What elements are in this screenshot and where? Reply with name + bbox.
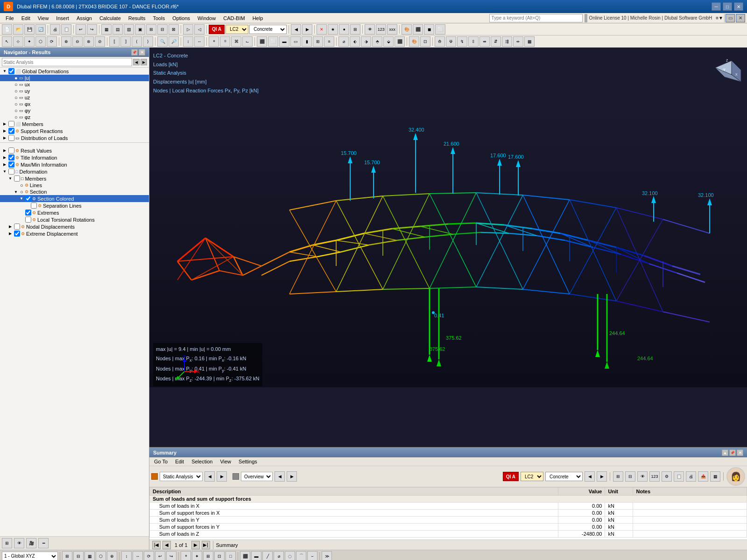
keyword-search-input[interactable] [489, 14, 583, 22]
tree-distribution-loads[interactable]: ▶ ▭ Distribution of Loads [0, 134, 149, 141]
bt9[interactable]: ↩ [155, 551, 165, 560]
distrib-loads-check[interactable] [8, 135, 14, 141]
radio-lines[interactable]: ○ [20, 182, 23, 188]
tree-extreme-disp[interactable]: ▶ ⚙ Extreme Displacement [0, 230, 149, 237]
extreme-disp-check[interactable] [14, 231, 20, 237]
bt20[interactable]: ◌ [285, 551, 295, 560]
menu-options[interactable]: Options [169, 14, 194, 22]
nav-close-btn[interactable]: ✕ [139, 49, 145, 56]
deformation-check[interactable] [8, 168, 14, 175]
t2b6[interactable]: ⊕ [61, 36, 71, 47]
t2b15[interactable]: 🔎 [169, 36, 179, 47]
nav-search-input[interactable] [2, 58, 132, 66]
s-tb6[interactable]: 📋 [674, 471, 684, 482]
separation-lines-check[interactable] [31, 203, 37, 209]
t2b20[interactable]: ⌘ [231, 36, 241, 47]
summary-next-btn[interactable]: ▶ [217, 471, 227, 482]
close-doc-button[interactable]: ✕ [736, 14, 745, 22]
tree-maxmin-info[interactable]: ▶ ⚙ Max/Min Information [0, 161, 149, 168]
nodal-disp-check[interactable] [14, 224, 20, 230]
t2b10[interactable]: ⟦ [109, 36, 120, 47]
t2b41[interactable]: ⇴ [479, 36, 490, 47]
section-colored-check[interactable] [25, 196, 31, 202]
t2b30[interactable]: ⬖ [350, 36, 360, 47]
bt1[interactable]: ⊞ [62, 551, 72, 560]
tree-nodal-disp[interactable]: ▶ ⚙ Nodal Displacements [0, 223, 149, 230]
tb5[interactable]: ⊞ [146, 24, 156, 35]
s-tb9[interactable]: ▦ [710, 471, 720, 482]
save-btn[interactable]: 💾 [24, 24, 35, 35]
render3-btn[interactable]: ◼ [424, 24, 434, 35]
bt11[interactable]: ⌖ [181, 551, 191, 560]
t2b19[interactable]: ⌗ [220, 36, 230, 47]
t2b1[interactable]: ↖ [2, 36, 12, 47]
t2b44[interactable]: ⇷ [513, 36, 523, 47]
minimize-button[interactable]: ─ [712, 2, 721, 11]
menu-assign[interactable]: Assign [73, 14, 96, 22]
t2b14[interactable]: 🔍 [157, 36, 168, 47]
t2b11[interactable]: ⟧ [120, 36, 131, 47]
s-tb7[interactable]: 🖨 [686, 471, 696, 482]
tree-uz[interactable]: ○ ▭ uz [0, 94, 149, 101]
tb8[interactable]: ▷ [183, 24, 193, 35]
next-lc-btn[interactable]: ▶ [302, 24, 312, 35]
radio-u-abs[interactable]: ● [14, 75, 18, 81]
tb7[interactable]: ⊠ [169, 24, 179, 35]
extremes-check[interactable] [25, 210, 31, 216]
t2b28[interactable]: ≡ [324, 36, 334, 47]
tree-uy[interactable]: ○ ▭ uy [0, 88, 149, 94]
tb6[interactable]: ⊟ [157, 24, 168, 35]
bt5[interactable]: ⊕ [107, 551, 117, 560]
nav-right-btn[interactable]: ▶ [141, 59, 147, 65]
bt23[interactable]: ≫ [322, 551, 332, 560]
title-info-check[interactable] [8, 154, 14, 161]
eye-btn[interactable]: 👁 [365, 24, 375, 35]
t2b5[interactable]: ⟳ [47, 36, 57, 47]
t2b4[interactable]: ⬡ [35, 36, 46, 47]
nav-icon-1[interactable]: ⊞ [2, 538, 12, 548]
tree-phiz[interactable]: ○ ▭ φz [0, 114, 149, 120]
t2b29[interactable]: ⌀ [338, 36, 349, 47]
t2b23[interactable]: ⬜ [268, 36, 278, 47]
s-tb8[interactable]: 📤 [698, 471, 708, 482]
menu-file[interactable]: File [2, 14, 18, 22]
s-tb4[interactable]: 123 [649, 471, 660, 482]
bt17[interactable]: ▬ [251, 551, 261, 560]
result-values-check[interactable] [8, 147, 14, 154]
view-menu[interactable]: View [217, 458, 234, 465]
tree-u-abs[interactable]: ● ▭ |u| [0, 75, 149, 81]
summary-mat-next[interactable]: ▶ [597, 471, 607, 482]
tree-lines[interactable]: ○ ⚙ Lines [0, 182, 149, 189]
bt15[interactable]: □ [226, 551, 236, 560]
s-tb2[interactable]: ⊟ [625, 471, 635, 482]
t2b26[interactable]: ▮ [302, 36, 312, 47]
summary-next2-btn[interactable]: ▶ [287, 471, 297, 482]
redo-btn[interactable]: ↪ [87, 24, 97, 35]
edit-menu[interactable]: Edit [172, 458, 187, 465]
bt4[interactable]: ⬡ [96, 551, 106, 560]
bt13[interactable]: ⊞ [203, 551, 213, 560]
summary-expand-btn[interactable]: ▲ [722, 449, 728, 456]
t2b37[interactable]: ⟰ [435, 36, 445, 47]
tree-result-values[interactable]: ▶ ⚙ Result Values [0, 147, 149, 154]
coord-sys-combo[interactable]: 1 - Global XYZ [2, 552, 58, 560]
t2b13[interactable]: ⟩ [143, 36, 153, 47]
t2b18[interactable]: ⌖ [209, 36, 219, 47]
page-prev-btn[interactable]: ◀ [162, 541, 171, 549]
bt7[interactable]: ↔ [133, 551, 143, 560]
t2b42[interactable]: ⇵ [491, 36, 501, 47]
star-btn[interactable]: ★ [328, 24, 338, 35]
tree-deform-members[interactable]: ▼ □ Members [0, 175, 149, 182]
cross-btn[interactable]: ✕ [317, 24, 327, 35]
render2-btn[interactable]: ⬛ [413, 24, 423, 35]
members-check[interactable] [8, 121, 14, 127]
radio-phiz[interactable]: ○ [14, 114, 18, 120]
t2b43[interactable]: ⇶ [502, 36, 512, 47]
summary-prev2-btn[interactable]: ◀ [275, 471, 285, 482]
nav-pin-btn[interactable]: 📌 [131, 49, 138, 56]
restore-button[interactable]: ▭ [726, 14, 735, 22]
tb2[interactable]: ▤ [113, 24, 123, 35]
radio-uz[interactable]: ○ [14, 95, 18, 100]
bt21[interactable]: ⌒ [296, 551, 306, 560]
license-menu-icon[interactable]: ≡▼ [716, 15, 723, 21]
